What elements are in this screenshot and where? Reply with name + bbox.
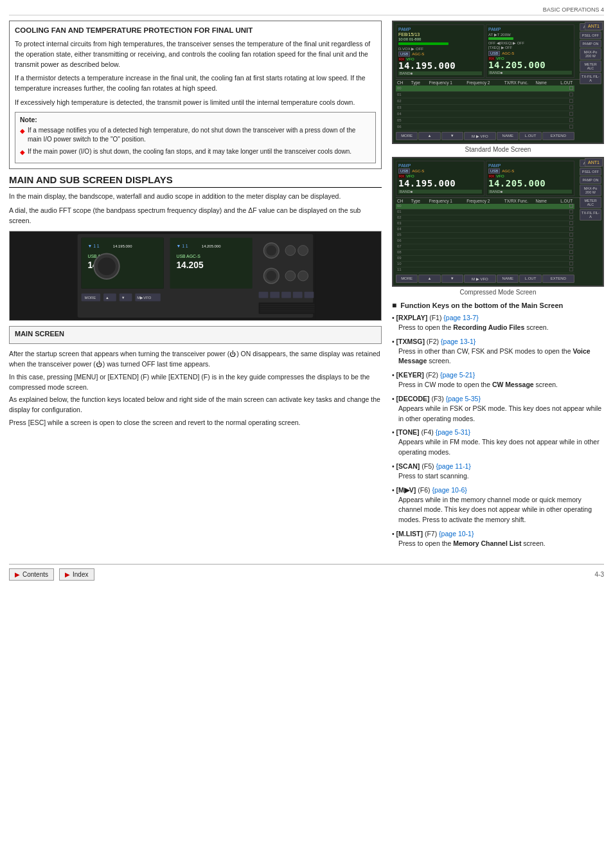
footer-nav: ▶ Contents ▶ Index bbox=[9, 568, 94, 581]
cmp-channel-row-00: 00 bbox=[396, 204, 574, 210]
ch-col-header-ch: CH bbox=[397, 80, 409, 85]
std-left-pamp: PAMP bbox=[398, 27, 411, 32]
header-text: BASIC OPERATIONS 4 bbox=[543, 6, 604, 13]
cmp-channel-row-03: 03 bbox=[396, 221, 574, 227]
svg-point-16 bbox=[298, 246, 308, 256]
svg-rect-31 bbox=[259, 292, 269, 298]
std-right-rxeq: OFF ◀(RXEQ) ▶ OFF bbox=[488, 41, 572, 45]
std-sidebar-txfil: TX-FIL FIL-A bbox=[580, 73, 601, 84]
cmp-btn-down[interactable]: ▼ bbox=[441, 275, 463, 283]
std-btn-mvfo[interactable]: M ▶ VFO bbox=[464, 132, 496, 140]
std-btn-extend[interactable]: EXTEND bbox=[542, 132, 574, 140]
note-item-1: ◆ If a message notifies you of a detecte… bbox=[20, 126, 371, 145]
std-bottom-buttons: MORE ▲ ▼ M ▶ VFO NAME L.OUT EXTEND bbox=[396, 132, 600, 140]
std-right-pamp: PAMP bbox=[488, 27, 572, 32]
cmp-btn-lout[interactable]: L.OUT bbox=[519, 275, 541, 283]
std-btn-down[interactable]: ▼ bbox=[441, 132, 463, 140]
compressed-screen-container: ANT1 PAMP USB AGC-S RX VFO bbox=[392, 157, 604, 286]
std-channel-row-04: 04 bbox=[396, 111, 574, 118]
std-channel-row-06: 06 bbox=[396, 124, 574, 131]
main-screen-para-4: Press [ESC] while a screen is open to cl… bbox=[9, 418, 382, 428]
standard-screen: ANT1 PAMP FEB/15/13 10:00 01-800 D.VOX ▶… bbox=[392, 21, 604, 144]
cmp-sidebar-buttons: ATT OFF PSEL OFF PAMP ON MAX-Po 200 W ME… bbox=[578, 158, 603, 285]
svg-text:14.205: 14.205 bbox=[176, 261, 203, 271]
std-btn-name[interactable]: NAME bbox=[497, 132, 519, 140]
cmp-channel-row-07: 07 bbox=[396, 244, 574, 250]
note-box: Note: ◆ If a message notifies you of a d… bbox=[15, 112, 376, 164]
main-screen-para-3: As explained below, the function keys lo… bbox=[9, 395, 382, 415]
page-number: 4-3 bbox=[595, 571, 604, 578]
std-btn-up[interactable]: ▲ bbox=[418, 132, 440, 140]
cooling-fan-title: COOLING FAN AND TEMPERATURE PROTECTION F… bbox=[15, 25, 376, 35]
cmp-btn-up[interactable]: ▲ bbox=[418, 275, 440, 283]
svg-text:▼ 1 1: ▼ 1 1 bbox=[176, 244, 188, 248]
note-title: Note: bbox=[20, 116, 371, 123]
cmp-sidebar-maxpo: MAX-Po 200 W bbox=[580, 185, 601, 196]
svg-point-14 bbox=[266, 246, 276, 256]
cmp-btn-mvfo[interactable]: M ▶ VFO bbox=[464, 275, 496, 283]
main-sub-heading: MAIN AND SUB SCREEN DISPLAYS bbox=[9, 174, 382, 188]
cmp-right-freq: 14.205.000 bbox=[488, 179, 572, 188]
cmp-channel-row-06: 06 bbox=[396, 239, 574, 244]
contents-button[interactable]: ▶ Contents bbox=[9, 568, 54, 581]
std-channel-header: CH Type Frequency 1 Frequency 2 TX/RX Fu… bbox=[396, 79, 600, 86]
svg-point-15 bbox=[285, 246, 296, 256]
cmp-bottom-buttons: MORE ▲ ▼ M ▶ VFO NAME L.OUT EXTEND bbox=[396, 275, 600, 283]
index-button[interactable]: ▶ Index bbox=[59, 568, 94, 581]
cmp-btn-more[interactable]: MORE bbox=[396, 275, 418, 283]
fkey-scan: • [SCAN] (F5) {page 11-1} Press to start… bbox=[392, 462, 604, 482]
std-channel-row-selected: 00 bbox=[396, 86, 574, 92]
cmp-channel-row-08: 08 bbox=[396, 250, 574, 256]
cmp-left-freq: 14.195.000 bbox=[398, 179, 482, 188]
std-left-time: 10:00 01-800 bbox=[398, 37, 482, 41]
cmp-channel-row-10: 10 bbox=[396, 262, 574, 267]
std-sidebar-maxpo: MAX-Po 200 W bbox=[580, 48, 601, 60]
contents-arrow-icon: ▶ bbox=[15, 571, 20, 578]
cmp-left-pamp: PAMP bbox=[398, 163, 482, 168]
fkey-rxplay: • [RXPLAY] (F1) {page 13-7} Press to ope… bbox=[392, 314, 604, 333]
note-diamond-icon: ◆ bbox=[20, 127, 25, 136]
std-sidebar-meter: METER ALC bbox=[580, 60, 601, 72]
main-sub-para-1: In the main display, the bandscope, wate… bbox=[9, 192, 382, 202]
cmp-channel-rows: 00 01 02 03 04 bbox=[396, 204, 600, 273]
cmp-sidebar-txfil: TX-FIL FIL-A bbox=[580, 209, 601, 221]
fkey-keyer: • [KEYER] (F2) {page 5-21} Press in CW m… bbox=[392, 371, 604, 390]
std-sidebar-pamp: PAMP ON bbox=[580, 40, 601, 48]
cooling-para-2: If a thermistor detects a temperature in… bbox=[15, 73, 376, 94]
index-arrow-icon: ▶ bbox=[65, 571, 70, 578]
compressed-screen-label: Compressed Mode Screen bbox=[392, 289, 604, 296]
svg-point-20 bbox=[298, 271, 308, 281]
page-footer: ▶ Contents ▶ Index 4-3 bbox=[9, 564, 604, 581]
svg-text:USB  AGC-S: USB AGC-S bbox=[176, 255, 200, 259]
function-keys-section: Function Keys on the bottom of the Main … bbox=[392, 301, 604, 549]
cmp-left-band: BAND■ bbox=[398, 190, 482, 194]
cmp-channel-row-04: 04 bbox=[396, 227, 574, 233]
std-right-at: AT ▶T 200W bbox=[488, 32, 572, 37]
svg-rect-33 bbox=[281, 292, 291, 298]
std-btn-more[interactable]: MORE bbox=[396, 132, 418, 140]
svg-rect-35 bbox=[305, 292, 314, 298]
cmp-right-band: BAND■ bbox=[488, 190, 572, 194]
cooling-para-1: To protect internal circuits from high t… bbox=[15, 39, 376, 69]
ch-col-header-lout: L.OUT bbox=[560, 80, 574, 85]
cmp-btn-extend[interactable]: EXTEND bbox=[542, 275, 574, 283]
std-right-band: BAND■ bbox=[488, 71, 572, 75]
cmp-left-mode: USB bbox=[398, 168, 410, 174]
std-sidebar-buttons: ATT OFF PSEL OFF PAMP ON MAX-Po 200 W ME… bbox=[578, 22, 603, 143]
cmp-right-mode: USB bbox=[488, 168, 500, 174]
svg-text:M▶VFO: M▶VFO bbox=[137, 296, 151, 300]
cmp-btn-name[interactable]: NAME bbox=[497, 275, 519, 283]
std-left-date: FEB/15/13 bbox=[398, 32, 482, 37]
cmp-sidebar-pamp: PAMP ON bbox=[580, 176, 601, 184]
svg-text:14.205.000: 14.205.000 bbox=[202, 244, 221, 248]
ch-col-header-freq2: Frequency 2 bbox=[466, 80, 502, 85]
ch-col-header-type: Type bbox=[411, 80, 427, 85]
std-btn-lout[interactable]: L.OUT bbox=[519, 132, 541, 140]
std-sidebar-psel: PSEL OFF bbox=[580, 32, 601, 39]
std-channel-row-05: 05 bbox=[396, 118, 574, 124]
main-screen-para-2: In this case, pressing [MENU] or [EXTEND… bbox=[9, 372, 382, 393]
std-right-txeq: [TXEQ] ▶ OFF bbox=[488, 46, 572, 50]
std-right-freq: 14.205.000 bbox=[488, 60, 572, 70]
compressed-screen: ANT1 PAMP USB AGC-S RX VFO bbox=[392, 157, 604, 286]
svg-text:MORE: MORE bbox=[85, 296, 96, 300]
